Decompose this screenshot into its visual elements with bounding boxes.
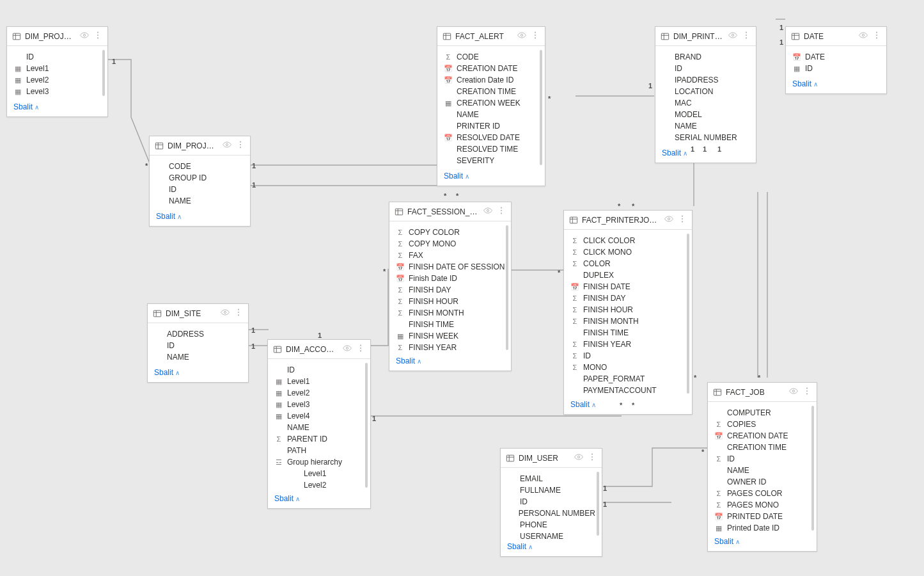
table-header[interactable]: DATE xyxy=(786,27,886,46)
more-options-icon[interactable] xyxy=(872,30,881,42)
field-row[interactable]: EMAIL xyxy=(507,473,595,484)
field-row[interactable]: DUPLEX xyxy=(570,269,685,281)
field-row[interactable]: NAME xyxy=(154,351,242,363)
model-canvas[interactable]: DIM_PROJECT_GROUPID▦Level1▦Level2▦Level3… xyxy=(0,0,924,576)
visibility-icon[interactable] xyxy=(79,30,90,42)
field-row[interactable]: ▦Level1 xyxy=(274,376,364,387)
collapse-link[interactable]: Sbalit xyxy=(662,148,687,157)
field-row[interactable]: ΣFINISH MONTH xyxy=(570,316,685,327)
field-row[interactable]: PRINTER ID xyxy=(444,120,538,132)
field-row[interactable]: ID xyxy=(507,496,595,508)
table-fact_alert[interactable]: FACT_ALERTΣCODE📅CREATION DATE📅Creation D… xyxy=(437,26,545,186)
field-row[interactable]: MAC xyxy=(662,97,749,109)
field-row[interactable]: PAYMENTACCOUNT xyxy=(570,385,685,396)
field-row[interactable]: ▦Level4 xyxy=(274,410,364,422)
field-row[interactable]: ▦ID xyxy=(792,63,880,74)
field-row[interactable]: PERSONAL NUMBER xyxy=(507,508,595,519)
more-options-icon[interactable] xyxy=(531,30,540,42)
field-row[interactable]: BRAND xyxy=(662,51,749,63)
table-header[interactable]: FACT_ALERT xyxy=(437,27,545,46)
field-row[interactable]: PHONE xyxy=(507,519,595,531)
field-row[interactable]: ΣMONO xyxy=(570,362,685,373)
table-fact_printerjob_counters[interactable]: FACT_PRINTERJOB_COUNTERS...ΣCLICK COLORΣ… xyxy=(563,210,693,415)
visibility-icon[interactable] xyxy=(483,205,493,218)
table-dim_accounting_g[interactable]: DIM_ACCOUNTING_G...ID▦Level1▦Level2▦Leve… xyxy=(267,339,371,509)
field-row[interactable]: ΣID xyxy=(714,453,810,465)
field-row[interactable]: 📅CREATION DATE xyxy=(714,430,810,442)
field-row[interactable]: ΣFINISH HOUR xyxy=(396,296,505,307)
field-row[interactable]: ID xyxy=(662,63,749,74)
visibility-icon[interactable] xyxy=(858,30,868,42)
table-dim_project[interactable]: DIM_PROJECTCODEGROUP IDIDNAMESbalit xyxy=(149,136,251,227)
field-row[interactable]: FINISH TIME xyxy=(396,319,505,330)
visibility-icon[interactable] xyxy=(517,30,527,42)
visibility-icon[interactable] xyxy=(222,140,232,152)
more-options-icon[interactable] xyxy=(497,205,506,218)
field-row[interactable]: ΣPAGES MONO xyxy=(714,499,810,511)
field-row[interactable]: ADDRESS xyxy=(154,328,242,340)
field-row[interactable]: ▦Level3 xyxy=(274,399,364,410)
field-row[interactable]: Level2 xyxy=(274,479,364,491)
field-row[interactable]: 📅Creation Date ID xyxy=(444,74,538,86)
more-options-icon[interactable] xyxy=(234,307,243,319)
field-row[interactable]: ΣPARENT ID xyxy=(274,433,364,445)
table-header[interactable]: FACT_PRINTERJOB_COUNTERS... xyxy=(564,211,692,230)
field-row[interactable]: NAME xyxy=(714,465,810,476)
field-row[interactable]: ΣFINISH YEAR xyxy=(570,339,685,350)
field-row[interactable]: SEVERITY xyxy=(444,155,538,166)
field-row[interactable]: 📅CREATION DATE xyxy=(444,63,538,74)
collapse-link[interactable]: Sbalit xyxy=(274,494,300,503)
visibility-icon[interactable] xyxy=(342,343,352,355)
field-row[interactable]: ID xyxy=(154,340,242,351)
collapse-link[interactable]: Sbalit xyxy=(570,400,596,409)
collapse-link[interactable]: Sbalit xyxy=(507,542,533,551)
field-row[interactable]: ID xyxy=(13,51,101,63)
field-row[interactable]: NAME xyxy=(156,195,244,207)
field-row[interactable]: ΣCOPY COLOR xyxy=(396,227,505,238)
field-row[interactable]: ▦FINISH WEEK xyxy=(396,330,505,342)
field-row[interactable]: PATH xyxy=(274,445,364,456)
field-row[interactable]: ΣCODE xyxy=(444,51,538,63)
visibility-icon[interactable] xyxy=(574,452,584,464)
table-header[interactable]: DIM_ACCOUNTING_G... xyxy=(268,340,370,359)
field-row[interactable]: FINISH TIME xyxy=(570,327,685,339)
table-header[interactable]: DIM_PROJECT_GROUP xyxy=(7,27,107,46)
field-row[interactable]: ΣFINISH MONTH xyxy=(396,307,505,319)
field-row[interactable]: ▦Printed Date ID xyxy=(714,522,810,534)
field-row[interactable]: ID xyxy=(156,184,244,195)
table-date[interactable]: DATE📅DATE▦IDSbalit xyxy=(785,26,887,94)
more-options-icon[interactable] xyxy=(803,386,811,398)
field-row[interactable]: CODE xyxy=(156,161,244,172)
table-header[interactable]: DIM_USER xyxy=(501,449,602,468)
collapse-link[interactable]: Sbalit xyxy=(156,212,182,221)
field-row[interactable]: ΣCOLOR xyxy=(570,258,685,269)
field-row[interactable]: OWNER ID xyxy=(714,476,810,488)
field-row[interactable]: GROUP ID xyxy=(156,172,244,184)
field-row[interactable]: 📅FINISH DATE OF SESSION xyxy=(396,261,505,273)
field-row[interactable]: IPADDRESS xyxy=(662,74,749,86)
field-row[interactable]: 📅RESOLVED DATE xyxy=(444,132,538,143)
field-row[interactable]: PAPER_FORMAT xyxy=(570,373,685,385)
field-row[interactable]: RESOLVED TIME xyxy=(444,143,538,155)
visibility-icon[interactable] xyxy=(664,214,674,226)
visibility-icon[interactable] xyxy=(788,386,799,398)
field-row[interactable]: NAME xyxy=(444,109,538,120)
field-row[interactable]: 📅DATE xyxy=(792,51,880,63)
more-options-icon[interactable] xyxy=(588,452,597,464)
more-options-icon[interactable] xyxy=(742,30,751,42)
field-row[interactable]: ΣFINISH HOUR xyxy=(570,304,685,316)
field-row[interactable]: FULLNAME xyxy=(507,484,595,496)
field-row[interactable]: COMPUTER xyxy=(714,407,810,419)
table-dim_site[interactable]: DIM_SITEADDRESSIDNAMESbalit xyxy=(147,303,249,383)
more-options-icon[interactable] xyxy=(356,343,365,355)
field-row[interactable]: ▦Level2 xyxy=(274,387,364,399)
table-header[interactable]: DIM_SITE xyxy=(148,304,248,323)
visibility-icon[interactable] xyxy=(728,30,738,42)
field-row[interactable]: ΣFINISH DAY xyxy=(570,292,685,304)
field-row[interactable]: ΣPAGES COLOR xyxy=(714,488,810,499)
field-row[interactable]: ΣCOPY MONO xyxy=(396,238,505,250)
field-row[interactable]: ☲Group hierarchy xyxy=(274,456,364,468)
field-row[interactable]: ΣCLICK COLOR xyxy=(570,235,685,246)
field-row[interactable]: SERIAL NUMBER xyxy=(662,132,749,143)
table-dim_printer[interactable]: DIM_PRINTERBRANDIDIPADDRESSLOCATIONMACMO… xyxy=(655,26,756,163)
